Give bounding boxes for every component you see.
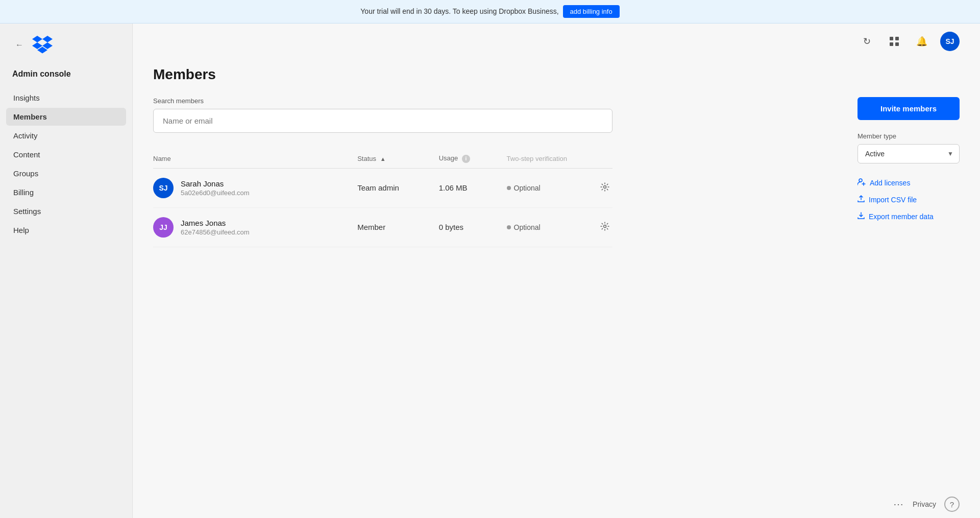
svg-point-5 (603, 225, 606, 227)
sidebar: ← Admin console Insights Members Activit… (0, 23, 133, 518)
svg-rect-1 (895, 37, 899, 40)
sort-arrow-icon: ▲ (380, 156, 386, 162)
member-email-james: 62e74856@uifeed.com (181, 228, 250, 236)
member-name-james: James Jonas (181, 219, 250, 227)
grid-icon (890, 37, 899, 46)
import-csv-link[interactable]: Import CSV file (857, 195, 960, 204)
main-content: ↻ 🔔 SJ Members Search members (133, 23, 980, 518)
page-area: Members Search members Name Status (133, 51, 980, 490)
member-email-sarah: 5a02e6d0@uifeed.com (181, 189, 250, 197)
two-step-dot-icon (507, 186, 511, 190)
action-links: Add licenses Import CSV file (857, 178, 960, 221)
back-button[interactable]: ← (12, 38, 27, 52)
notifications-button[interactable]: 🔔 (913, 32, 931, 51)
upload-icon (857, 195, 865, 204)
sidebar-item-insights[interactable]: Insights (6, 89, 126, 107)
svg-rect-0 (890, 37, 893, 40)
search-label: Search members (153, 97, 827, 105)
right-column: Invite members Member type Active Invite… (857, 66, 960, 480)
search-input-wrapper (153, 109, 827, 133)
status-sarah: Team admin (357, 168, 439, 207)
refresh-button[interactable]: ↻ (857, 32, 876, 51)
sidebar-link-help[interactable]: Help (6, 221, 126, 239)
avatar-james: JJ (153, 217, 174, 238)
sidebar-item-content[interactable]: Content (6, 146, 126, 163)
svg-rect-2 (890, 42, 893, 46)
svg-rect-3 (895, 42, 899, 46)
col-two-step: Two-step verification (507, 149, 597, 168)
usage-sarah: 1.06 MB (439, 168, 507, 207)
members-table: Name Status ▲ Usage i Two-step (153, 149, 612, 247)
export-data-link[interactable]: Export member data (857, 211, 960, 221)
two-step-sarah: Optional (507, 184, 597, 192)
status-james: Member (357, 207, 439, 247)
sidebar-link-members[interactable]: Members (6, 108, 126, 126)
usage-james: 0 bytes (439, 207, 507, 247)
sidebar-link-billing[interactable]: Billing (6, 183, 126, 201)
member-info-sarah: Sarah Jonas 5a02e6d0@uifeed.com (181, 179, 250, 197)
download-icon (857, 211, 865, 221)
two-step-dot-icon (507, 225, 511, 229)
member-type-select-wrapper: Active Invited Suspended ▼ (857, 144, 960, 163)
member-name-sarah: Sarah Jonas (181, 179, 250, 188)
sidebar-link-settings[interactable]: Settings (6, 202, 126, 220)
page-title: Members (153, 66, 827, 83)
sidebar-item-members[interactable]: Members (6, 108, 126, 126)
sidebar-link-insights[interactable]: Insights (6, 89, 126, 107)
col-name: Name (153, 149, 357, 168)
user-avatar[interactable]: SJ (940, 32, 960, 51)
avatar-sarah: SJ (153, 178, 174, 198)
table-header: Name Status ▲ Usage i Two-step (153, 149, 612, 168)
sidebar-link-activity[interactable]: Activity (6, 127, 126, 145)
sidebar-item-settings[interactable]: Settings (6, 202, 126, 220)
sidebar-item-help[interactable]: Help (6, 221, 126, 239)
gear-icon (600, 182, 609, 192)
sidebar-item-billing[interactable]: Billing (6, 183, 126, 201)
header-bar: ↻ 🔔 SJ (133, 23, 980, 51)
gear-icon (600, 222, 609, 231)
sidebar-link-content[interactable]: Content (6, 146, 126, 163)
add-billing-button[interactable]: add billing info (563, 5, 620, 18)
add-licenses-link[interactable]: Add licenses (857, 178, 960, 187)
search-input[interactable] (153, 109, 612, 133)
table-row: SJ Sarah Jonas 5a02e6d0@uifeed.com Team … (153, 168, 612, 207)
apps-grid-button[interactable] (885, 32, 903, 51)
table-body: SJ Sarah Jonas 5a02e6d0@uifeed.com Team … (153, 168, 612, 247)
two-step-james: Optional (507, 223, 597, 231)
col-usage: Usage i (439, 149, 507, 168)
question-mark-icon: ? (950, 500, 954, 509)
footer: ⋯ Privacy ? (133, 490, 980, 518)
logo-area: ← (0, 23, 132, 69)
sidebar-link-groups[interactable]: Groups (6, 164, 126, 182)
settings-gear-sarah[interactable] (597, 179, 612, 197)
svg-point-4 (603, 185, 606, 188)
member-cell-james: JJ James Jonas 62e74856@uifeed.com (153, 217, 357, 238)
member-info-james: James Jonas 62e74856@uifeed.com (181, 219, 250, 236)
add-user-icon (857, 178, 866, 187)
usage-info-icon[interactable]: i (462, 155, 470, 163)
left-column: Members Search members Name Status (153, 66, 827, 480)
sidebar-item-activity[interactable]: Activity (6, 127, 126, 145)
table-row: JJ James Jonas 62e74856@uifeed.com Membe… (153, 207, 612, 247)
more-options-icon[interactable]: ⋯ (893, 498, 904, 510)
col-status[interactable]: Status ▲ (357, 149, 439, 168)
svg-point-6 (859, 179, 862, 182)
sidebar-nav: Insights Members Activity Content Groups… (0, 89, 132, 240)
member-type-select[interactable]: Active Invited Suspended (857, 144, 960, 163)
help-button[interactable]: ? (944, 497, 960, 512)
trial-banner: Your trial will end in 30 days. To keep … (0, 0, 980, 23)
settings-gear-james[interactable] (597, 219, 612, 236)
invite-members-button[interactable]: Invite members (857, 97, 960, 120)
privacy-link[interactable]: Privacy (913, 500, 936, 508)
member-cell-sarah: SJ Sarah Jonas 5a02e6d0@uifeed.com (153, 178, 357, 198)
sidebar-item-groups[interactable]: Groups (6, 164, 126, 182)
banner-text: Your trial will end in 30 days. To keep … (360, 7, 558, 15)
admin-console-title: Admin console (0, 69, 132, 89)
dropbox-logo-icon (32, 36, 53, 54)
member-type-label: Member type (857, 132, 960, 140)
